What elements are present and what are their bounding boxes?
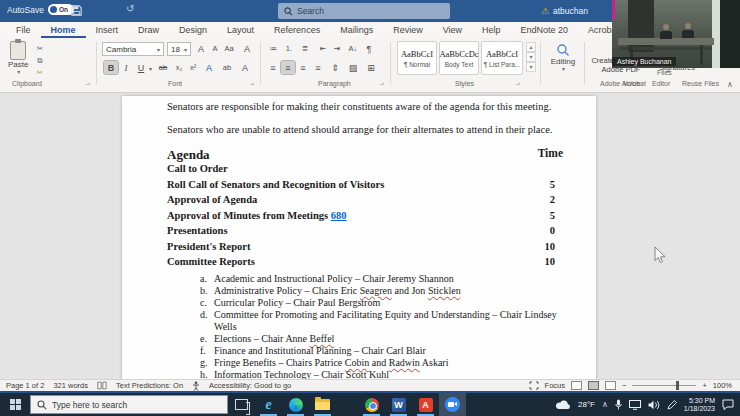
- italic-button[interactable]: I: [119, 61, 133, 74]
- focus-button[interactable]: Focus: [545, 381, 565, 390]
- styles-gallery-scroll[interactable]: ▴ ▾ ▾: [526, 42, 536, 72]
- zoom-slider-handle[interactable]: [676, 381, 679, 390]
- save-icon[interactable]: [70, 4, 83, 17]
- web-layout-button[interactable]: [605, 381, 616, 390]
- undo-icon[interactable]: ↺: [126, 3, 134, 14]
- display-icon[interactable]: [629, 400, 641, 410]
- word-button[interactable]: W: [385, 393, 412, 416]
- action-center-icon[interactable]: [722, 399, 734, 410]
- word-count[interactable]: 321 words: [53, 381, 88, 390]
- taskbar-search[interactable]: [30, 395, 228, 414]
- decrease-indent-icon[interactable]: ⇤: [316, 42, 330, 55]
- chrome-button[interactable]: [358, 393, 385, 416]
- increase-indent-icon[interactable]: ⇥: [330, 42, 344, 55]
- styles-scroll-up-icon[interactable]: ▴: [526, 42, 536, 52]
- style-body-text[interactable]: AaBbCcDc Body Text: [439, 41, 479, 75]
- read-mode-button[interactable]: [571, 381, 582, 390]
- print-layout-button[interactable]: [588, 381, 599, 390]
- tab-help[interactable]: Help: [472, 23, 511, 38]
- edge-button[interactable]: [282, 393, 309, 416]
- tab-mailings[interactable]: Mailings: [330, 23, 383, 38]
- tab-draw[interactable]: Draw: [128, 23, 169, 38]
- tab-view[interactable]: View: [433, 23, 472, 38]
- page-indicator[interactable]: Page 1 of 2: [6, 381, 44, 390]
- font-color-button[interactable]: A: [238, 61, 252, 74]
- bold-button[interactable]: B: [104, 61, 118, 74]
- tab-home[interactable]: Home: [41, 23, 86, 38]
- microphone-icon[interactable]: [615, 399, 622, 410]
- text-effects-button[interactable]: A: [202, 61, 216, 74]
- style-normal[interactable]: AaBbCcI ¶ Normal: [397, 41, 437, 75]
- tab-references[interactable]: References: [264, 23, 330, 38]
- multilevel-list-icon[interactable]: ≣: [298, 42, 312, 55]
- collapse-ribbon-icon[interactable]: ∧: [727, 80, 733, 89]
- font-dialog-launcher-icon[interactable]: ⌐: [250, 81, 254, 88]
- zoom-app-button[interactable]: [439, 393, 466, 416]
- justify-icon[interactable]: ≡: [311, 61, 325, 74]
- account-area[interactable]: ⚠ atbuchan: [541, 0, 588, 22]
- paste-button[interactable]: Paste ▾: [8, 41, 28, 76]
- weather-cloud-icon[interactable]: [555, 400, 571, 410]
- tab-layout[interactable]: Layout: [217, 23, 264, 38]
- clear-formatting-icon[interactable]: A: [240, 42, 254, 55]
- style-list-paragraph[interactable]: AaBbCcI ¶ List Para...: [481, 41, 523, 75]
- font-name-combo[interactable]: Cambria ▾: [102, 42, 164, 56]
- tab-insert[interactable]: Insert: [86, 23, 129, 38]
- zoom-slider[interactable]: [632, 385, 696, 386]
- grow-font-icon[interactable]: A: [194, 42, 208, 55]
- align-right-icon[interactable]: ≡: [296, 61, 310, 74]
- zoom-out-icon[interactable]: −: [622, 381, 626, 390]
- titlebar-search-input[interactable]: [297, 6, 427, 16]
- align-center-icon[interactable]: ≡: [281, 61, 295, 74]
- document-area[interactable]: Senators are responsible for making thei…: [0, 93, 740, 379]
- taskbar-search-input[interactable]: [52, 400, 202, 410]
- tab-file[interactable]: File: [6, 23, 41, 38]
- shrink-font-icon[interactable]: A: [208, 42, 222, 55]
- clipboard-dialog-launcher-icon[interactable]: ⌐: [86, 81, 90, 88]
- internet-explorer-button[interactable]: e: [255, 393, 282, 416]
- acrobat-button[interactable]: A: [412, 393, 439, 416]
- weather-temperature[interactable]: 28°F: [578, 400, 595, 409]
- paragraph-dialog-launcher-icon[interactable]: ⌐: [380, 81, 384, 88]
- font-size-combo[interactable]: 18 ▾: [167, 42, 191, 56]
- subscript-button[interactable]: x₂: [172, 61, 186, 74]
- borders-icon[interactable]: ⊞: [364, 61, 378, 74]
- shading-icon[interactable]: ▨: [346, 61, 360, 74]
- sort-icon[interactable]: A↓: [346, 42, 360, 55]
- highlight-button[interactable]: ab: [220, 61, 234, 74]
- styles-scroll-down-icon[interactable]: ▾: [526, 52, 536, 62]
- show-paragraph-marks-icon[interactable]: ¶: [362, 42, 376, 55]
- zoom-level[interactable]: 100%: [713, 381, 732, 390]
- autosave-toggle[interactable]: AutoSave On: [7, 4, 74, 15]
- format-painter-icon[interactable]: ✂: [33, 66, 47, 79]
- line-spacing-icon[interactable]: ⇕: [328, 61, 342, 74]
- minutes-680-link[interactable]: 680: [331, 210, 347, 221]
- superscript-button[interactable]: x²: [186, 61, 200, 74]
- underline-button[interactable]: U: [134, 61, 148, 74]
- task-view-button[interactable]: [228, 393, 255, 416]
- document-page[interactable]: Senators are responsible for making thei…: [122, 96, 596, 379]
- editing-button[interactable]: Editing ▾: [546, 43, 580, 73]
- underline-caret-icon[interactable]: ▾: [149, 65, 152, 72]
- webcam-video[interactable]: Ashley Buchanan: [612, 0, 740, 68]
- speaker-icon[interactable]: [648, 400, 660, 410]
- taskbar-clock[interactable]: 5:30 PM 1/18/2023: [684, 397, 715, 413]
- align-left-icon[interactable]: ≡: [266, 61, 280, 74]
- hidden-icons-chevron-icon[interactable]: ∧: [602, 400, 608, 409]
- files-label[interactable]: Files: [657, 69, 672, 76]
- styles-more-icon[interactable]: ▾: [526, 62, 536, 72]
- numbering-icon[interactable]: 1.: [282, 42, 296, 55]
- proofing-icon[interactable]: [97, 381, 107, 390]
- styles-dialog-launcher-icon[interactable]: ⌐: [516, 81, 520, 88]
- start-button[interactable]: [0, 393, 30, 416]
- zoom-in-icon[interactable]: +: [702, 381, 706, 390]
- titlebar-search[interactable]: [278, 3, 450, 19]
- bullets-icon[interactable]: ≔: [266, 42, 280, 55]
- strikethrough-button[interactable]: ab: [156, 61, 170, 74]
- pen-icon[interactable]: [667, 400, 677, 410]
- text-predictions[interactable]: Text Predictions: On: [116, 381, 183, 390]
- tab-design[interactable]: Design: [169, 23, 217, 38]
- tab-review[interactable]: Review: [383, 23, 433, 38]
- change-case-icon[interactable]: Aa: [222, 42, 236, 55]
- file-explorer-button[interactable]: [309, 393, 336, 416]
